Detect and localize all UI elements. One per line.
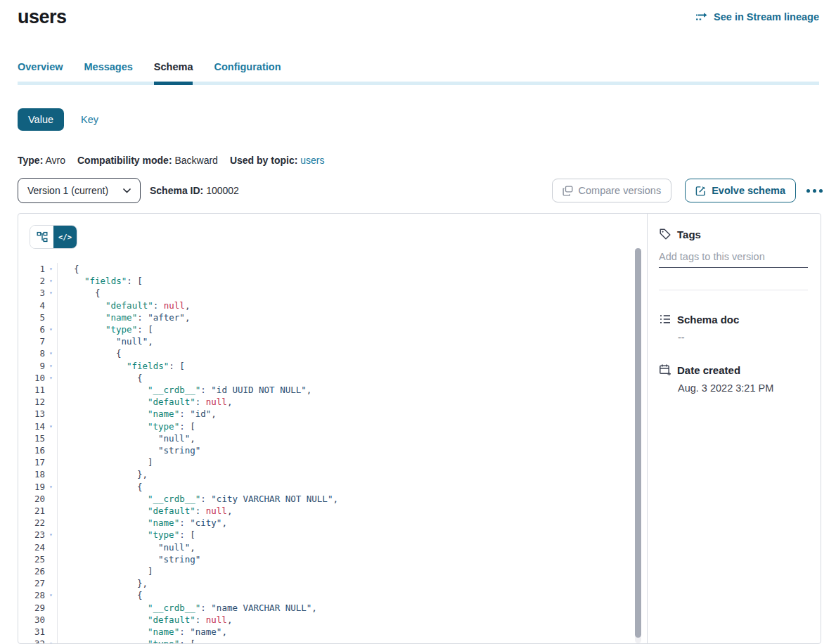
line-number: 26 bbox=[18, 565, 45, 577]
line-number: 28 bbox=[18, 589, 45, 601]
collapse-caret-icon[interactable]: ▾ bbox=[45, 323, 57, 335]
code-line: 7"null", bbox=[18, 335, 647, 347]
key-toggle-link[interactable]: Key bbox=[81, 114, 98, 125]
type-label: Type: bbox=[18, 155, 43, 166]
line-number: 11 bbox=[18, 384, 45, 396]
meta-type: Type: Avro bbox=[18, 155, 65, 166]
line-number: 22 bbox=[18, 517, 45, 529]
code-line: 10▾{ bbox=[18, 372, 647, 384]
code-line: 15"null", bbox=[18, 432, 647, 444]
evolve-schema-button[interactable]: Evolve schema bbox=[685, 179, 796, 202]
code-line: 20"__crdb__": "city VARCHAR NOT NULL", bbox=[18, 493, 647, 505]
code-line: 32▾"type": [ bbox=[18, 638, 647, 643]
code-text: { bbox=[57, 347, 122, 359]
collapse-caret-icon[interactable]: ▾ bbox=[45, 589, 57, 601]
collapse-caret-icon[interactable]: ▾ bbox=[45, 529, 57, 541]
code-line: 17] bbox=[18, 456, 647, 468]
collapse-caret-icon[interactable]: ▾ bbox=[45, 481, 57, 493]
code-line: 25"string" bbox=[18, 553, 647, 565]
more-options-button[interactable] bbox=[805, 186, 824, 195]
line-number: 1 bbox=[18, 263, 45, 275]
line-number: 29 bbox=[18, 602, 45, 614]
caret-spacer bbox=[45, 626, 57, 638]
code-text: "string" bbox=[57, 553, 200, 565]
code-line: 31"name": "name", bbox=[18, 626, 647, 638]
code-text: "null", bbox=[57, 432, 195, 444]
caret-spacer bbox=[45, 614, 57, 626]
collapse-caret-icon[interactable]: ▾ bbox=[45, 275, 57, 287]
code-scrollbar-thumb[interactable] bbox=[635, 248, 641, 638]
caret-spacer bbox=[45, 602, 57, 614]
calendar-add-icon bbox=[659, 363, 671, 376]
caret-spacer bbox=[45, 335, 57, 347]
collapse-caret-icon[interactable]: ▾ bbox=[45, 287, 57, 299]
caret-spacer bbox=[45, 493, 57, 505]
compare-versions-button[interactable]: Compare versions bbox=[552, 179, 672, 202]
line-number: 27 bbox=[18, 577, 45, 589]
code-text: "default": null, bbox=[57, 505, 232, 517]
line-number: 19 bbox=[18, 481, 45, 493]
schema-code-editor[interactable]: 1▾{2▾"fields": [3▾{4"default": null,5"na… bbox=[18, 263, 647, 643]
caret-spacer bbox=[45, 577, 57, 589]
collapse-caret-icon[interactable]: ▾ bbox=[45, 360, 57, 372]
date-created-header: Date created bbox=[659, 363, 808, 376]
code-text: "__crdb__": "name VARCHAR NULL", bbox=[57, 602, 317, 614]
collapse-caret-icon[interactable]: ▾ bbox=[45, 638, 57, 643]
schema-id-value: 100002 bbox=[206, 185, 239, 196]
caret-spacer bbox=[45, 553, 57, 565]
code-line: 29"__crdb__": "name VARCHAR NULL", bbox=[18, 602, 647, 614]
version-select-value: Version 1 (current) bbox=[27, 185, 108, 196]
tab-overview[interactable]: Overview bbox=[18, 61, 63, 82]
tag-icon bbox=[659, 228, 671, 240]
line-number: 6 bbox=[18, 323, 45, 335]
code-line: 26] bbox=[18, 565, 647, 577]
line-number: 18 bbox=[18, 468, 45, 480]
code-text: { bbox=[57, 287, 101, 299]
line-number: 30 bbox=[18, 614, 45, 626]
code-line: 30"default": null, bbox=[18, 614, 647, 626]
code-view-icon: </> bbox=[58, 233, 72, 241]
line-number: 8 bbox=[18, 347, 45, 359]
tab-messages[interactable]: Messages bbox=[84, 61, 133, 82]
caret-spacer bbox=[45, 444, 57, 456]
line-number: 31 bbox=[18, 626, 45, 638]
collapse-caret-icon[interactable]: ▾ bbox=[45, 263, 57, 275]
code-line: 11"__crdb__": "id UUID NOT NULL", bbox=[18, 384, 647, 396]
code-line: 21"default": null, bbox=[18, 505, 647, 517]
line-number: 10 bbox=[18, 372, 45, 384]
collapse-caret-icon[interactable]: ▾ bbox=[45, 347, 57, 359]
code-text: { bbox=[57, 372, 143, 384]
topic-link[interactable]: users bbox=[300, 155, 324, 166]
add-tags-input[interactable] bbox=[659, 250, 808, 268]
compatibility-label: Compatibility mode: bbox=[77, 155, 172, 166]
schema-page: users See in Stream lineage Overview Mes… bbox=[0, 0, 836, 644]
meta-used-by-topic: Used by topic: users bbox=[230, 155, 325, 166]
value-toggle-button[interactable]: Value bbox=[18, 108, 64, 131]
code-line: 24"null", bbox=[18, 541, 647, 553]
line-number: 23 bbox=[18, 529, 45, 541]
collapse-caret-icon[interactable]: ▾ bbox=[45, 372, 57, 384]
code-line: 9▾"fields": [ bbox=[18, 360, 647, 372]
code-text: "__crdb__": "city VARCHAR NOT NULL", bbox=[57, 493, 338, 505]
line-number: 5 bbox=[18, 311, 45, 323]
schema-id-label: Schema ID: bbox=[150, 185, 203, 196]
code-text: "name": "id", bbox=[57, 408, 217, 420]
collapse-caret-icon[interactable]: ▾ bbox=[45, 420, 57, 432]
code-line: 18}, bbox=[18, 468, 647, 480]
date-created-value: Aug. 3 2022 3:21 PM bbox=[678, 382, 808, 394]
compatibility-value: Backward bbox=[174, 155, 217, 166]
caret-spacer bbox=[45, 300, 57, 311]
caret-spacer bbox=[45, 565, 57, 577]
code-scrollbar[interactable] bbox=[635, 248, 641, 643]
see-in-stream-lineage-link[interactable]: See in Stream lineage bbox=[695, 11, 819, 22]
code-text: "type": [ bbox=[57, 323, 153, 335]
tree-view-button[interactable] bbox=[30, 226, 53, 248]
line-number: 12 bbox=[18, 396, 45, 408]
schema-doc-header: Schema doc bbox=[659, 313, 808, 326]
version-select[interactable]: Version 1 (current) bbox=[18, 178, 141, 203]
code-line: 23▾"type": [ bbox=[18, 529, 647, 541]
tab-schema[interactable]: Schema bbox=[154, 61, 193, 82]
sidebar-divider bbox=[659, 290, 808, 290]
tab-configuration[interactable]: Configuration bbox=[214, 61, 281, 82]
code-view-button[interactable]: </> bbox=[53, 226, 77, 248]
